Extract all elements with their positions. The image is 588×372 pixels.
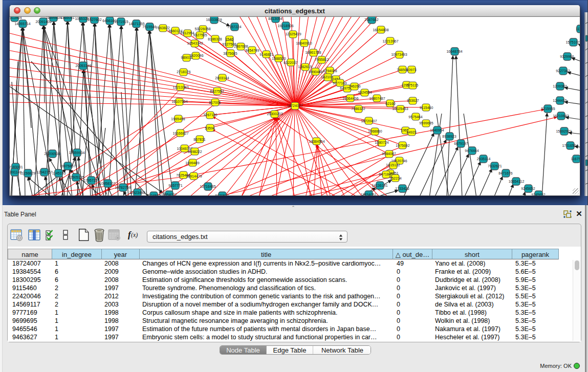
- svg-text:3215955: 3215955: [541, 107, 555, 111]
- svg-text:10025453: 10025453: [392, 107, 408, 111]
- svg-text:1209382: 1209382: [553, 84, 567, 88]
- svg-text:12505135: 12505135: [68, 176, 84, 179]
- svg-text:8471676: 8471676: [498, 171, 512, 175]
- svg-text:9474444: 9474444: [465, 149, 478, 152]
- svg-text:1733426: 1733426: [395, 187, 409, 190]
- svg-text:20053346: 20053346: [75, 64, 91, 68]
- svg-text:17834051: 17834051: [360, 193, 376, 195]
- svg-text:989011: 989011: [181, 56, 193, 59]
- svg-text:(x): (x): [131, 231, 138, 238]
- svg-text:1880724: 1880724: [375, 141, 388, 144]
- svg-text:1588520: 1588520: [272, 57, 286, 60]
- svg-text:746266: 746266: [349, 84, 360, 88]
- svg-text:9245652: 9245652: [521, 187, 535, 190]
- svg-text:15692971: 15692971: [556, 129, 572, 133]
- svg-text:9227342: 9227342: [556, 69, 570, 73]
- svg-text:9084067: 9084067: [382, 152, 396, 156]
- svg-text:1362615: 1362615: [298, 65, 312, 69]
- svg-text:14136141: 14136141: [372, 184, 387, 187]
- svg-text:20091406: 20091406: [35, 20, 51, 24]
- svg-text:10654112: 10654112: [509, 180, 525, 183]
- svg-text:817006: 817006: [209, 101, 221, 104]
- svg-text:10958107: 10958107: [99, 182, 115, 185]
- svg-text:10973493: 10973493: [391, 53, 407, 56]
- svg-text:8454749: 8454749: [245, 49, 259, 52]
- svg-text:8427552: 8427552: [210, 90, 224, 93]
- svg-text:16699834: 16699834: [46, 17, 61, 19]
- svg-text:8938923: 8938923: [442, 135, 456, 138]
- svg-text:11124: 11124: [576, 27, 580, 31]
- svg-text:15751074: 15751074: [565, 40, 580, 44]
- svg-text:7663822: 7663822: [156, 26, 169, 30]
- svg-text:9327505: 9327505: [193, 33, 207, 37]
- svg-text:12942757: 12942757: [36, 170, 52, 174]
- svg-text:12325419: 12325419: [285, 32, 301, 36]
- svg-text:9115460: 9115460: [420, 106, 433, 110]
- svg-text:953627: 953627: [407, 99, 419, 102]
- svg-text:18724007: 18724007: [287, 104, 302, 107]
- svg-text:9146821: 9146821: [259, 53, 273, 56]
- svg-text:20206536: 20206536: [44, 152, 60, 156]
- svg-text:16154808: 16154808: [373, 28, 388, 32]
- svg-text:10543342: 10543342: [187, 41, 203, 45]
- svg-text:3624554: 3624554: [358, 91, 372, 94]
- svg-text:7357224: 7357224: [227, 25, 241, 29]
- svg-text:7955812: 7955812: [315, 58, 329, 61]
- svg-text:8970531: 8970531: [215, 194, 229, 195]
- svg-text:12923448: 12923448: [129, 191, 145, 194]
- svg-text:9777169: 9777169: [333, 81, 346, 85]
- svg-text:2718176: 2718176: [177, 70, 190, 74]
- svg-text:9657771: 9657771: [168, 184, 182, 187]
- svg-text:16782759: 16782759: [115, 186, 130, 189]
- svg-text:9599695: 9599695: [419, 121, 433, 125]
- svg-text:8912954: 8912954: [180, 31, 194, 35]
- svg-text:7986322: 7986322: [351, 107, 365, 111]
- svg-text:11156829: 11156829: [20, 171, 35, 175]
- svg-text:1071915: 1071915: [114, 20, 128, 24]
- svg-text:8471840: 8471840: [379, 172, 393, 176]
- svg-text:2935114: 2935114: [477, 157, 491, 161]
- svg-text:16033809: 16033809: [206, 18, 222, 21]
- svg-text:10807487: 10807487: [369, 97, 385, 100]
- svg-text:53226058: 53226058: [194, 27, 210, 31]
- svg-text:1145193: 1145193: [52, 171, 66, 175]
- svg-text:16648784: 16648784: [446, 50, 462, 53]
- svg-text:19384554: 19384554: [309, 140, 324, 143]
- svg-text:1615132: 1615132: [386, 163, 400, 167]
- svg-text:19975857: 19975857: [59, 164, 75, 168]
- svg-text:19166827: 19166827: [172, 132, 188, 135]
- svg-text:575115: 575115: [407, 83, 419, 87]
- svg-text:116753: 116753: [571, 157, 580, 161]
- svg-text:16107554: 16107554: [171, 100, 187, 103]
- svg-text:6498222: 6498222: [188, 150, 202, 154]
- svg-text:17359934: 17359934: [69, 151, 84, 155]
- svg-text:9329966: 9329966: [560, 55, 574, 58]
- svg-text:10973: 10973: [406, 68, 417, 72]
- svg-text:25300203: 25300203: [267, 112, 282, 116]
- svg-text:8813054: 8813054: [268, 17, 282, 20]
- svg-text:10554022: 10554022: [161, 193, 177, 195]
- svg-text:9313404: 9313404: [10, 17, 22, 19]
- svg-text:8186328: 8186328: [208, 37, 222, 41]
- svg-text:8990448: 8990448: [309, 70, 322, 74]
- svg-text:16914479: 16914479: [186, 174, 202, 178]
- svg-text:16961758: 16961758: [305, 51, 321, 54]
- svg-text:2803144: 2803144: [215, 76, 229, 80]
- svg-text:16210643: 16210643: [553, 114, 569, 118]
- svg-text:1975692: 1975692: [396, 144, 409, 147]
- svg-text:2687682: 2687682: [364, 18, 378, 21]
- svg-text:14055714: 14055714: [14, 22, 30, 26]
- svg-text:21364436: 21364436: [342, 97, 358, 100]
- svg-text:3267130: 3267130: [203, 113, 217, 117]
- svg-text:1244415: 1244415: [553, 99, 567, 102]
- svg-text:15720407: 15720407: [361, 119, 377, 123]
- svg-text:1068860: 1068860: [368, 129, 382, 133]
- svg-text:9024502: 9024502: [146, 194, 160, 195]
- svg-text:19218506: 19218506: [277, 24, 293, 28]
- svg-text:62160: 62160: [385, 102, 396, 105]
- svg-text:16640910: 16640910: [296, 41, 312, 45]
- svg-text:867831: 867831: [193, 138, 205, 141]
- svg-text:9245652: 9245652: [531, 193, 545, 195]
- svg-text:1965498: 1965498: [171, 117, 185, 121]
- svg-text:7632621: 7632621: [488, 164, 502, 168]
